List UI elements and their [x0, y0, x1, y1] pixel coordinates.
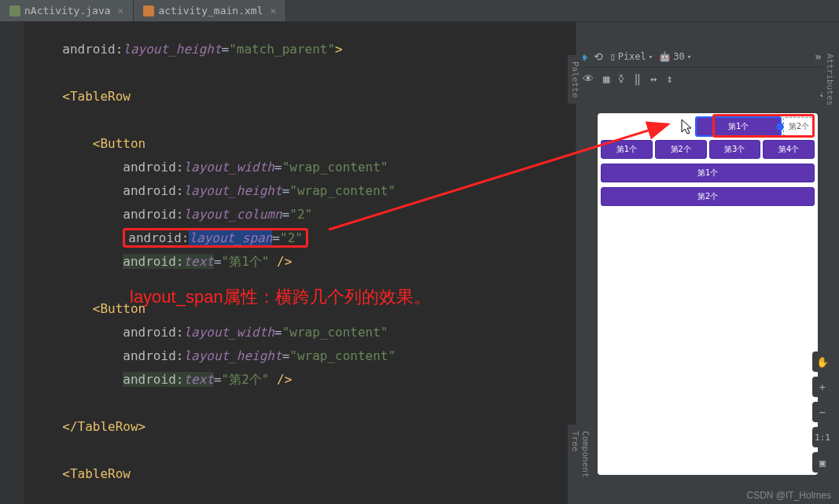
preview-button-wide[interactable]: 第1个	[601, 164, 815, 182]
attributes-tab[interactable]: Attributes	[822, 47, 837, 112]
highlighted-attribute: android:layout_span="2"	[123, 228, 308, 248]
attr-value: "wrap_content"	[282, 160, 388, 175]
zoom-in-button[interactable]: +	[812, 377, 833, 397]
tools-bar: 🔧	[576, 90, 839, 105]
preview-row-2: 第1个 第2个 第3个 第4个	[601, 140, 815, 159]
pan-icon[interactable]: ✋	[812, 351, 833, 372]
preview-toolbar-top: ◈ ⟲ ▯ Pixel ▾ 🤖 30 ▾ » ▲	[576, 46, 839, 68]
code-editor[interactable]: android:layout_height="match_parent"> <T…	[24, 22, 576, 504]
api-level: 30	[673, 51, 684, 62]
tab-bar: nActivity.java × activity_main.xml ×	[0, 0, 839, 22]
namespace: android:	[128, 230, 189, 245]
attr-value: "第2个"	[222, 372, 270, 387]
close-icon[interactable]: ×	[118, 5, 124, 17]
attr-name: text	[183, 254, 214, 269]
chevron-down-icon: ▾	[649, 53, 653, 61]
tag-close: />	[277, 372, 292, 387]
preview-button[interactable]: 第2个	[655, 140, 707, 159]
namespace: android:	[123, 183, 183, 198]
chevron-down-icon: ▾	[687, 53, 691, 61]
attr-value: "wrap_content"	[289, 348, 396, 363]
zoom-tools: ✋ + − 1:1 ▣	[812, 351, 833, 473]
attr-value: "match_parent"	[229, 42, 335, 57]
preview-panel: ◈ ⟲ ▯ Pixel ▾ 🤖 30 ▾ » ▲ 👁 ▦ ⧲ ‖ ↔ ↕ ?	[576, 22, 839, 504]
namespace: android:	[123, 372, 183, 387]
attr-value: "2"	[280, 230, 303, 245]
palette-tab[interactable]: Palette	[568, 55, 583, 104]
android-icon: 🤖	[659, 51, 671, 62]
vertical-icon[interactable]: ↕	[666, 72, 672, 85]
attr-name: layout_column	[183, 207, 282, 222]
tag-close: />	[277, 254, 292, 269]
preview-button-2-outline[interactable]: 第2个	[783, 117, 815, 136]
device-selector[interactable]: ▯ Pixel ▾	[609, 51, 653, 62]
zoom-out-button[interactable]: −	[812, 402, 833, 422]
tag-tablerow-close: </TableRow>	[62, 419, 145, 434]
preview-button-wide[interactable]: 第2个	[601, 187, 815, 206]
preview-button[interactable]: 第1个	[601, 140, 653, 159]
device-name: Pixel	[618, 51, 646, 62]
attr-value: "第1个"	[222, 254, 270, 269]
device-preview[interactable]: 第1个 第2个 第1个 第2个 第3个 第4个 第1个 第2个	[598, 113, 818, 475]
preview-button[interactable]: 第3个	[709, 140, 761, 159]
fit-screen-icon[interactable]: ▣	[812, 452, 833, 473]
more-options-icon[interactable]: »	[815, 50, 821, 63]
grid-icon[interactable]: ▦	[603, 72, 609, 85]
tab-java[interactable]: nActivity.java ×	[0, 0, 134, 21]
tab-label: nActivity.java	[24, 5, 111, 17]
zoom-ratio-button[interactable]: 1:1	[812, 427, 833, 447]
xml-file-icon	[143, 6, 154, 17]
namespace: android:	[123, 254, 183, 269]
attr-name: text	[183, 372, 214, 387]
preview-row-1: 第1个 第2个	[601, 116, 815, 137]
namespace: android:	[123, 325, 183, 340]
red-annotation-text: layout_span属性：横跨几个列的效果。	[130, 285, 431, 309]
attr-value: "wrap_content"	[289, 183, 396, 198]
api-selector[interactable]: 🤖 30 ▾	[659, 51, 691, 62]
namespace: android:	[123, 160, 183, 175]
java-file-icon	[9, 6, 20, 17]
orientation-icon[interactable]: ⟲	[594, 50, 603, 63]
tab-xml-active[interactable]: activity_main.xml ×	[134, 0, 286, 21]
preview-toolbar-second: 👁 ▦ ⧲ ‖ ↔ ↕ ?	[576, 68, 839, 90]
editor-gutter	[0, 22, 24, 504]
horizontal-icon[interactable]: ↔	[650, 72, 657, 85]
attr-value: "wrap_content"	[282, 325, 388, 340]
namespace: android:	[62, 42, 123, 57]
tag-tablerow: <TableRow	[62, 89, 131, 104]
preview-button[interactable]: 第4个	[763, 140, 815, 159]
close-icon[interactable]: ×	[270, 5, 276, 17]
tag-button: <Button	[93, 136, 145, 151]
tab-label: activity_main.xml	[158, 5, 263, 17]
attr-name: layout_width	[183, 160, 274, 175]
component-tree-tab[interactable]: Component Tree	[568, 425, 593, 504]
button-label: 第1个	[728, 122, 749, 131]
preview-button-1-selected[interactable]: 第1个	[695, 116, 782, 137]
magnet-icon[interactable]: ⧲	[619, 72, 624, 85]
eye-icon[interactable]: 👁	[583, 72, 594, 85]
attr-name: layout_width	[183, 325, 274, 340]
attr-value: "2"	[289, 207, 312, 222]
namespace: android:	[123, 348, 183, 363]
resize-handle-icon[interactable]	[777, 123, 783, 130]
attr-name: layout_height	[183, 348, 282, 363]
attr-name-selected: layout_span	[189, 230, 272, 245]
guidelines-icon[interactable]: ‖	[634, 72, 640, 85]
main-area: android:layout_height="match_parent"> <T…	[0, 22, 839, 504]
tag-tablerow: <TableRow	[62, 466, 131, 481]
namespace: android:	[123, 207, 183, 222]
attr-name: layout_height	[123, 42, 221, 57]
attr-name: layout_height	[183, 183, 282, 198]
phone-icon: ▯	[609, 51, 615, 62]
watermark-text: CSDN @IT_Holmes	[746, 490, 831, 501]
